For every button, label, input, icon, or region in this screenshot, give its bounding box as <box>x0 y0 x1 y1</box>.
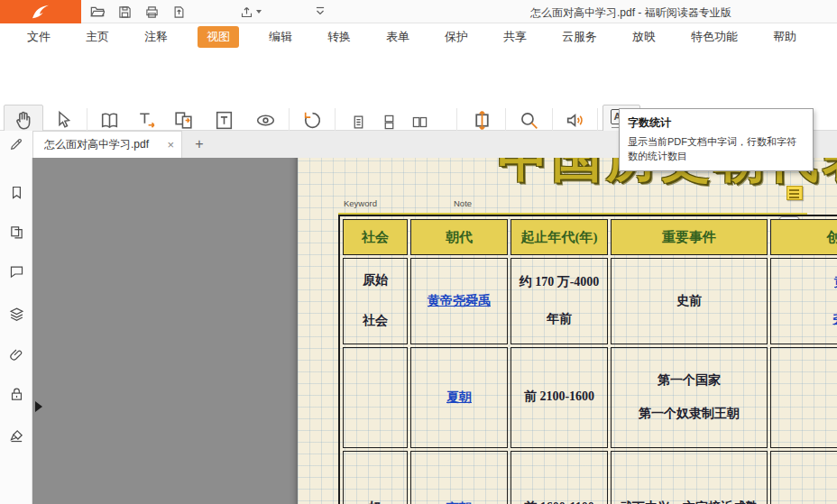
reflow-icon <box>135 109 158 132</box>
book-icon <box>98 109 121 132</box>
table-cell-period: 前 1600-1100 <box>510 451 608 504</box>
speaker-icon <box>564 109 586 132</box>
dynasty-link[interactable]: 夏朝 <box>446 390 472 404</box>
document-viewport[interactable]: 中国历史朝代表 Keyword Note 社会 朝代 起止年代(年) 重要事 <box>32 158 837 504</box>
new-tab-button[interactable]: + <box>189 134 209 154</box>
history-table: 社会 朝代 起止年代(年) 重要事件 创建人 原始 社会 黄帝尧舜禹 约 170… <box>338 215 837 504</box>
tooltip-title: 字数统计 <box>628 115 805 131</box>
table-cell-society: 奴 <box>343 451 408 504</box>
print-icon[interactable] <box>145 5 159 19</box>
menu-convert[interactable]: 转换 <box>322 26 356 48</box>
table-cell-events: 武丁中兴、文字接近成熟 <box>611 451 768 504</box>
auto-scroll-icon <box>471 109 493 132</box>
reverse-pages-icon <box>172 109 195 132</box>
table-cell-founder: 汤 <box>770 451 837 504</box>
comments-panel-icon[interactable] <box>7 262 25 280</box>
table-cell-society: 原始 社会 <box>343 258 408 344</box>
table-cell-events: 第一个国家 第一个奴隶制王朝 <box>611 347 768 448</box>
dynasty-link[interactable]: 商朝 <box>446 501 472 504</box>
navigation-sidebar <box>0 158 32 504</box>
pages-panel-icon[interactable] <box>7 223 25 241</box>
header-society: 社会 <box>343 219 408 255</box>
eye-icon <box>254 109 277 132</box>
window-title: 怎么面对高中学习.pdf - 福昕阅读器专业版 <box>530 5 731 21</box>
share-icon[interactable] <box>240 5 262 19</box>
menu-slideshow[interactable]: 放映 <box>627 26 661 48</box>
note-label: Note <box>454 198 472 208</box>
table-header-row: 社会 朝代 起止年代(年) 重要事件 创建人 <box>343 219 837 255</box>
table-cell-period: 前 2100-1600 <box>510 347 608 448</box>
security-panel-icon[interactable] <box>7 385 25 403</box>
save-icon[interactable] <box>118 5 132 19</box>
share-caret-icon <box>256 10 262 14</box>
quick-access-toolbar <box>90 0 262 23</box>
tooltip-body: 显示当前PDF文档中字词，行数和字符数的统计数目 <box>628 135 805 164</box>
text-doc-icon <box>213 109 235 132</box>
menu-view[interactable]: 视图 <box>198 26 239 48</box>
foxit-logo-icon <box>31 4 51 20</box>
header-period: 起止年代(年) <box>510 219 608 255</box>
table-cell-events: 史前 <box>611 258 768 344</box>
menu-edit[interactable]: 编辑 <box>263 26 298 48</box>
header-founder: 创建人 <box>770 219 837 255</box>
app-window: 怎么面对高中学习.pdf - 福昕阅读器专业版 文件 主页 注释 视图 编辑 转… <box>0 0 837 504</box>
word-count-tooltip: 字数统计 显示当前PDF文档中字词，行数和字符数的统计数目 <box>619 108 814 171</box>
sidebar-expand-arrow[interactable] <box>35 401 42 412</box>
header-dynasty: 朝代 <box>410 219 508 255</box>
founder-link[interactable]: 黄帝 尧|舜 <box>832 275 837 325</box>
magnifier-icon <box>518 109 540 132</box>
pdf-page: 中国历史朝代表 Keyword Note 社会 朝代 起止年代(年) 重要事 <box>298 158 837 504</box>
table-cell-period: 约 170 万-4000 年前 <box>510 258 608 344</box>
table-row: 夏朝 前 2100-1600 第一个国家 第一个奴隶制王朝 启 <box>343 347 837 448</box>
menu-file[interactable]: 文件 <box>22 26 56 48</box>
menu-bar: 文件 主页 注释 视图 编辑 转换 表单 保护 共享 云服务 放映 特色功能 帮… <box>0 23 837 50</box>
menu-features[interactable]: 特色功能 <box>685 26 743 48</box>
open-folder-icon[interactable] <box>90 5 105 18</box>
cursor-icon <box>53 109 75 131</box>
main-area: 中国历史朝代表 Keyword Note 社会 朝代 起止年代(年) 重要事 <box>0 158 837 504</box>
menu-home[interactable]: 主页 <box>80 26 115 48</box>
document-tab-label: 怎么面对高中学习.pdf <box>44 137 161 152</box>
dynasty-link[interactable]: 黄帝尧舜禹 <box>428 294 491 307</box>
attachments-panel-icon[interactable] <box>7 345 25 363</box>
keyword-label: Keyword <box>344 198 377 208</box>
collapse-ribbon-icon[interactable] <box>314 5 327 17</box>
tab-close-icon[interactable]: × <box>167 139 174 151</box>
table-cell-founder: 启 <box>770 347 837 448</box>
title-bar: 怎么面对高中学习.pdf - 福昕阅读器专业版 <box>0 0 837 23</box>
document-tab[interactable]: 怎么面对高中学习.pdf × <box>32 131 182 158</box>
annotate-pencil-icon[interactable] <box>0 131 32 158</box>
layers-panel-icon[interactable] <box>7 305 25 323</box>
menu-comment[interactable]: 注释 <box>139 26 173 48</box>
rotate-icon <box>301 109 324 132</box>
sticky-note-icon[interactable] <box>786 186 803 200</box>
menu-protect[interactable]: 保护 <box>439 26 474 48</box>
table-row: 原始 社会 黄帝尧舜禹 约 170 万-4000 年前 史前 黄帝 尧|舜 <box>343 258 837 344</box>
margin-label-row: Keyword Note <box>338 193 807 215</box>
menu-help[interactable]: 帮助 <box>768 26 802 48</box>
menu-share[interactable]: 共享 <box>498 26 532 48</box>
menu-form[interactable]: 表单 <box>381 26 415 48</box>
header-events: 重要事件 <box>611 219 768 255</box>
table-row: 奴 商朝 前 1600-1100 武丁中兴、文字接近成熟 汤 <box>343 451 837 504</box>
export-icon[interactable] <box>172 5 186 19</box>
bookmarks-panel-icon[interactable] <box>7 183 25 201</box>
foxit-logo[interactable] <box>0 0 81 23</box>
table-cell-society <box>343 347 408 448</box>
signature-panel-icon[interactable] <box>7 426 25 444</box>
menu-cloud[interactable]: 云服务 <box>556 26 602 48</box>
hand-icon <box>13 109 35 132</box>
